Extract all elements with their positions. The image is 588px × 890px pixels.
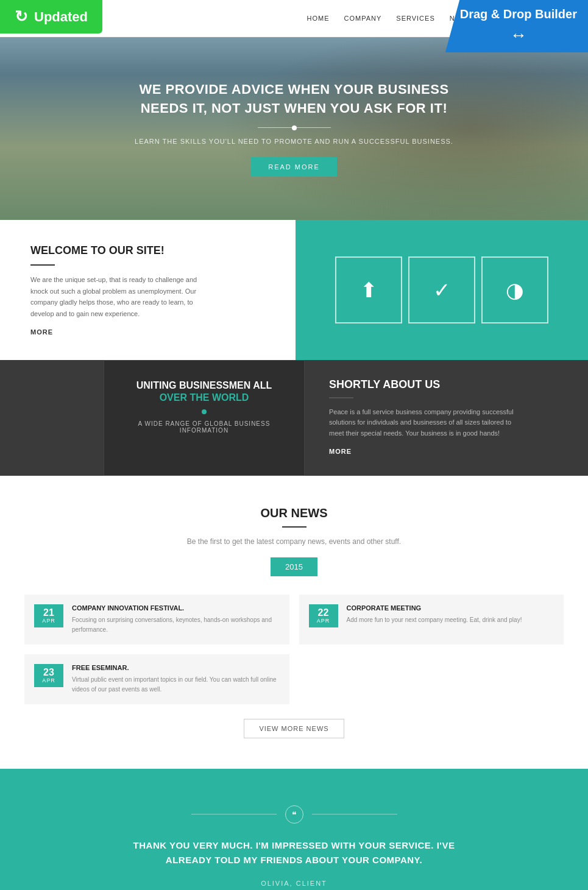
news-title: OUR NEWS — [24, 506, 564, 520]
about-title: SHORTLY ABOUT US — [329, 378, 564, 391]
testimonial-author: OLIVIA, CLIENT — [24, 880, 564, 887]
updated-badge: ↻ Updated — [0, 0, 102, 34]
dark-about: SHORTLY ABOUT US Peace is a full service… — [305, 360, 588, 476]
dnd-line1: Drag & Drop — [460, 7, 532, 21]
featured-teal: OVER THE WORLD — [119, 392, 289, 403]
welcome-more-link[interactable]: MORE — [30, 328, 265, 336]
check-icon: ✓ — [433, 278, 450, 302]
news-item: 23 APR FREE ESEMINAR. Virtual public eve… — [24, 654, 289, 704]
news-content-3: FREE ESEMINAR. Virtual public event on i… — [72, 664, 280, 694]
news-item-title-1: COMPANY INNOVATION FESTIVAL. — [72, 604, 280, 612]
dark-featured-box: UNITING BUSINESSMEN ALL OVER THE WORLD A… — [104, 360, 305, 476]
hero-section: WE PROVIDE ADVICE WHEN YOUR BUSINESS NEE… — [0, 37, 588, 220]
welcome-icons: ⬆ ✓ ◑ — [296, 220, 588, 360]
news-item-body-3: Virtual public event on important topics… — [72, 675, 280, 694]
nav-company[interactable]: COMPANY — [344, 15, 381, 22]
news-day-3: 23 — [37, 668, 61, 677]
dark-more-link[interactable]: MORE — [329, 448, 564, 455]
news-content-1: COMPANY INNOVATION FESTIVAL. Focusing on… — [72, 604, 280, 635]
welcome-section: WELCOME TO OUR SITE! We are the unique s… — [0, 220, 588, 360]
news-date-1: 21 APR — [34, 604, 63, 627]
updated-label: Updated — [34, 9, 88, 25]
quote-icon: ❝ — [285, 805, 303, 824]
news-item: 21 APR COMPANY INNOVATION FESTIVAL. Focu… — [24, 595, 289, 645]
view-more-news-button[interactable]: VIEW MORE NEWS — [244, 719, 344, 738]
news-month-1: APR — [37, 618, 61, 624]
dark-divider — [329, 397, 353, 398]
nav-services[interactable]: SERVICES — [396, 15, 434, 22]
welcome-left: WELCOME TO OUR SITE! We are the unique s… — [0, 220, 296, 360]
news-header: OUR NEWS Be the first to get the latest … — [24, 506, 564, 576]
news-item: 22 APR CORPORATE MEETING Add more fun to… — [299, 595, 564, 645]
featured-sub: A WIDE RANGE OF GLOBAL BUSINESS INFORMAT… — [119, 420, 289, 434]
nav-home[interactable]: HOME — [306, 15, 329, 22]
news-subtitle: Be the first to get the latest company n… — [24, 536, 564, 548]
news-day-2: 22 — [311, 608, 336, 618]
welcome-title: WELCOME TO OUR SITE! — [30, 244, 265, 257]
hero-subtext: LEARN THE SKILLS YOU'LL NEED TO PROMOTE … — [118, 138, 471, 145]
sync-icon: ↻ — [15, 7, 28, 26]
dark-section: UNITING BUSINESSMEN ALL OVER THE WORLD A… — [0, 360, 588, 476]
dnd-icon: ↔ — [460, 24, 577, 46]
dnd-badge: Drag & Drop Builder ↔ — [445, 0, 588, 52]
dnd-line2: Builder — [535, 7, 577, 21]
hero-headline: WE PROVIDE ADVICE WHEN YOUR BUSINESS NEE… — [118, 80, 471, 118]
divider-line-left — [191, 814, 277, 814]
news-year-button[interactable]: 2015 — [271, 557, 317, 576]
news-item-title-3: FREE ESEMINAR. — [72, 664, 280, 671]
welcome-divider — [30, 264, 55, 266]
divider-line-right — [312, 814, 397, 814]
image-icon: ⬆ — [360, 278, 377, 302]
icon-box-check: ✓ — [408, 256, 475, 323]
testimonial-quote: THANK YOU VERY MUCH. I'M IMPRESSED WITH … — [124, 838, 465, 867]
news-item-body-1: Focusing on surprising conversations, ke… — [72, 615, 280, 635]
hero-divider — [258, 127, 331, 128]
news-item-body-2: Add more fun to your next company meetin… — [347, 615, 522, 625]
icon-box-image: ⬆ — [335, 256, 402, 323]
news-month-2: APR — [311, 618, 336, 624]
about-body: Peace is a full service business company… — [329, 407, 524, 439]
testimonial-divider: ❝ — [24, 805, 564, 824]
news-grid: 21 APR COMPANY INNOVATION FESTIVAL. Focu… — [24, 595, 564, 704]
news-month-3: APR — [37, 677, 61, 683]
news-content-2: CORPORATE MEETING Add more fun to your n… — [347, 604, 522, 625]
featured-title: UNITING BUSINESSMEN ALL — [119, 379, 289, 392]
dot-divider — [202, 409, 207, 414]
testimonial-section: ❝ THANK YOU VERY MUCH. I'M IMPRESSED WIT… — [0, 769, 588, 890]
hero-content: WE PROVIDE ADVICE WHEN YOUR BUSINESS NEE… — [118, 80, 471, 177]
icon-box-pie: ◑ — [481, 256, 548, 323]
news-date-2: 22 APR — [309, 604, 338, 627]
news-divider — [282, 526, 306, 528]
pie-icon: ◑ — [506, 278, 524, 302]
dark-left-spacer — [0, 360, 104, 476]
news-day-1: 21 — [37, 608, 61, 618]
news-item-title-2: CORPORATE MEETING — [347, 604, 522, 612]
news-section: OUR NEWS Be the first to get the latest … — [0, 476, 588, 769]
news-date-3: 23 APR — [34, 664, 63, 687]
welcome-body: We are the unique set-up, that is ready … — [30, 274, 213, 320]
hero-cta-button[interactable]: READ MORE — [251, 157, 337, 177]
